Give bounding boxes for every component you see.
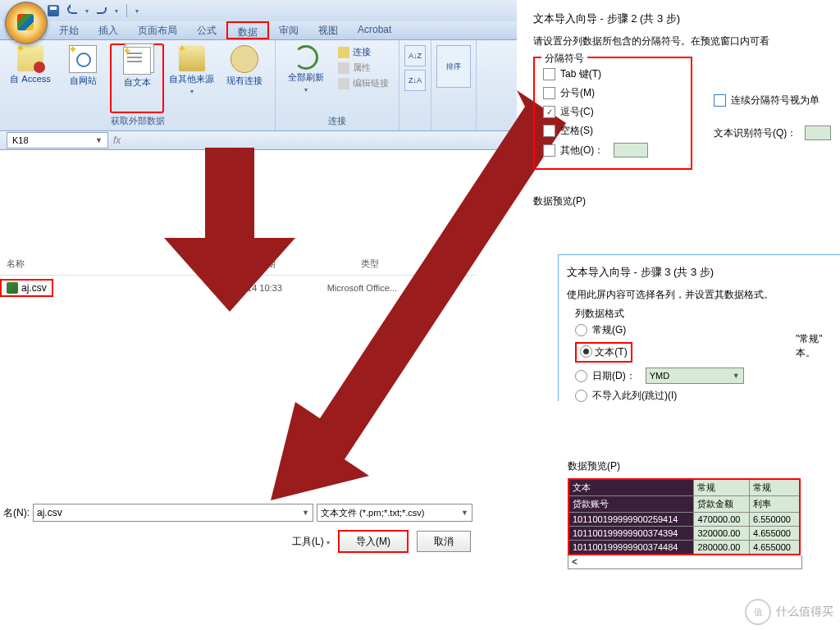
tab-acrobat[interactable]: Acrobat — [348, 21, 401, 39]
file-item[interactable]: aj.csv — [0, 279, 53, 297]
tools-dropdown[interactable]: 工具(L) ▾ — [292, 535, 330, 549]
name-box[interactable]: K18▼ — [7, 132, 108, 148]
from-web-button[interactable]: ✦自网站 — [57, 43, 108, 113]
format-note: "常规"本。 — [796, 332, 823, 360]
redo-icon[interactable] — [97, 7, 107, 14]
ribbon-tabs: 开始 插入 页面布局 公式 数据 审阅 视图 Acrobat — [0, 21, 517, 40]
edit-links-icon — [338, 78, 349, 89]
rad-skip[interactable]: 不导入此列(跳过)(I) — [575, 386, 840, 405]
fx-icon[interactable]: fx — [113, 135, 121, 146]
group-external-label: 获取外部数据 — [5, 113, 270, 129]
wizard2-preview-label: 数据预览(P) — [533, 194, 840, 208]
undo-icon[interactable] — [67, 7, 77, 14]
chk-comma[interactable]: ✓逗号(C) — [543, 103, 682, 121]
import-button[interactable]: 导入(M) — [338, 530, 409, 553]
wizard2-right-options: 连续分隔符号视为单 文本识别符号(Q)： — [714, 90, 831, 144]
qat-separator — [126, 4, 127, 17]
filename-input[interactable]: aj.csv▼ — [33, 504, 313, 522]
text-qualifier-row: 文本识别符号(Q)： — [714, 122, 831, 144]
tab-view[interactable]: 视图 — [308, 21, 348, 39]
tab-insert[interactable]: 插入 — [89, 21, 128, 39]
redo-dropdown[interactable]: ▾ — [115, 7, 118, 15]
save-icon[interactable] — [48, 5, 59, 16]
connections-item[interactable]: 连接 — [335, 45, 392, 59]
wizard2-title: 文本导入向导 - 步骤 2 (共 3 步) — [533, 8, 840, 30]
excel-file-icon — [7, 282, 18, 294]
chk-space[interactable]: 空格(S) — [543, 121, 682, 140]
other-delim-input[interactable] — [614, 143, 648, 158]
link-icon — [338, 47, 349, 58]
col-format-legend: 列数据格式 — [575, 307, 840, 321]
quick-access-toolbar: ▾ ▾ ▾ — [0, 0, 517, 21]
group-connections-label: 连接 — [281, 113, 394, 129]
tab-home[interactable]: 开始 — [49, 21, 89, 39]
rad-date[interactable]: 日期(D)：YMD▼ — [575, 365, 840, 386]
qat-customize[interactable]: ▾ — [135, 7, 139, 15]
from-access-button[interactable]: ✦自 Access — [5, 43, 56, 113]
wizard2-subtitle: 请设置分列数据所包含的分隔符号。在预览窗口内可看 — [533, 30, 840, 53]
tab-review[interactable]: 审阅 — [269, 21, 308, 39]
cancel-button[interactable]: 取消 — [417, 531, 471, 552]
wizard-step3: 文本导入向导 - 步骤 3 (共 3 步) 使用此屏内容可选择各列，并设置其数据… — [558, 254, 840, 401]
chk-tab[interactable]: Tab 键(T) — [543, 65, 682, 84]
tab-formulas[interactable]: 公式 — [187, 21, 226, 39]
from-other-button[interactable]: ✦自其他来源▾ — [166, 43, 217, 113]
rad-text[interactable]: 文本(T) — [575, 342, 632, 363]
wizard3-subtitle: 使用此屏内容可选择各列，并设置其数据格式。 — [567, 283, 840, 307]
undo-dropdown[interactable]: ▾ — [85, 7, 89, 15]
sort-za-button[interactable]: Z↓A — [404, 70, 426, 91]
tab-data[interactable]: 数据 — [226, 21, 269, 39]
watermark-icon: 值 — [745, 599, 771, 625]
wizard3-preview: 数据预览(P) 文本常规常规 贷款账号贷款金额利率 10110019999990… — [568, 459, 838, 569]
chk-semicolon[interactable]: 分号(M) — [543, 84, 682, 103]
wizard3-title: 文本导入向导 - 步骤 3 (共 3 步) — [567, 262, 840, 283]
chk-consecutive[interactable]: 连续分隔符号视为单 — [714, 90, 831, 111]
chk-other[interactable]: 其他(O)： — [543, 140, 682, 160]
col-date[interactable]: 日期 — [251, 256, 354, 272]
scroll-left[interactable]: < — [568, 555, 802, 569]
office-button[interactable] — [5, 2, 48, 44]
watermark: 值 什么值得买 — [745, 599, 833, 625]
file-date: 0/3/14 10:33 — [226, 281, 321, 294]
tab-layout[interactable]: 页面布局 — [128, 21, 187, 39]
ribbon: ✦自 Access ✦自网站 ✦自文本 ✦自其他来源▾ 现有连接 获取外部数据 … — [0, 40, 517, 131]
edit-links-item: 编辑链接 — [335, 76, 392, 90]
properties-icon — [338, 62, 349, 74]
refresh-all-button[interactable]: 全部刷新▾ — [281, 43, 331, 113]
wizard3-preview-label: 数据预览(P) — [568, 459, 838, 473]
date-format-select[interactable]: YMD▼ — [646, 368, 744, 384]
filter-select[interactable]: 文本文件 (*.prn;*.txt;*.csv)▼ — [317, 504, 472, 522]
file-browser: 名称▴ 日期 类型 aj.csv 0/3/14 10:33 Microsoft … — [0, 253, 476, 300]
preview-table: 文本常规常规 贷款账号贷款金额利率 1011001999999002594144… — [568, 478, 801, 555]
file-type: Microsoft Office... — [321, 281, 404, 294]
filename-label: 名(N): — [3, 506, 30, 520]
qualifier-select[interactable] — [805, 126, 831, 140]
col-name[interactable]: 名称▴ — [0, 256, 251, 272]
existing-conn-button[interactable]: 现有连接 — [219, 43, 270, 113]
delimiter-legend: 分隔符号 — [541, 52, 587, 66]
from-text-button[interactable]: ✦自文本 — [110, 43, 164, 113]
col-type[interactable]: 类型 — [354, 256, 386, 272]
sort-button[interactable]: 排序 — [436, 45, 471, 88]
properties-item: 属性 — [335, 61, 392, 75]
sort-az-button[interactable]: A↓Z — [404, 45, 426, 66]
